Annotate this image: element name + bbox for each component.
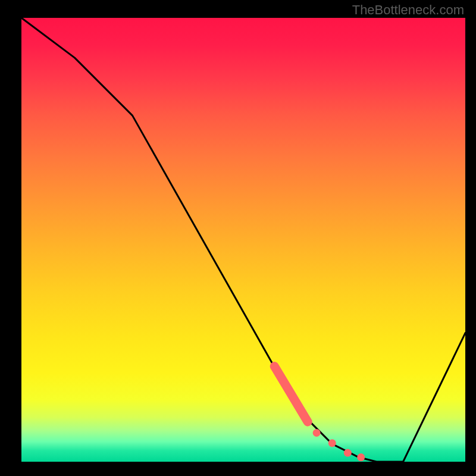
- highlight-dot: [344, 449, 352, 457]
- highlight-dot: [328, 439, 336, 447]
- chart-container: TheBottleneck.com: [0, 0, 476, 476]
- highlight-dot: [357, 453, 365, 461]
- main-curve: [21, 18, 465, 462]
- chart-svg: [21, 18, 465, 462]
- highlight-dot: [313, 429, 321, 437]
- watermark-text: TheBottleneck.com: [352, 2, 464, 18]
- highlight-segment: [274, 367, 308, 422]
- plot-area: [21, 18, 465, 462]
